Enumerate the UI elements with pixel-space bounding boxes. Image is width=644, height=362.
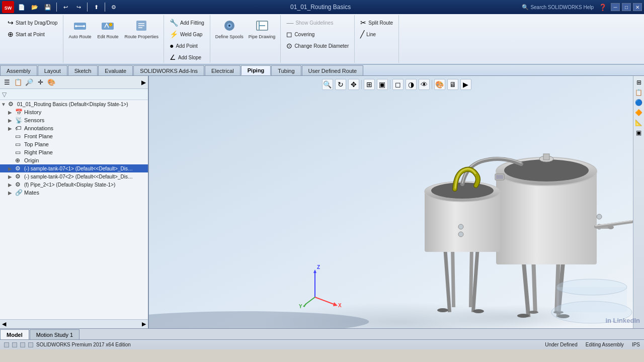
change-diameter-button[interactable]: ⊙ Change Route Diameter <box>284 40 351 51</box>
open-button[interactable]: 📂 <box>29 2 40 12</box>
viewport-toolbar: 🔍 ↻ ✥ ⊞ ▣ ◻ ◑ 👁 🎨 🖥 ▶ <box>149 79 644 90</box>
display-icon[interactable]: ◑ <box>406 79 417 90</box>
tab-layout[interactable]: Layout <box>38 65 67 75</box>
3d-scene: X Y Z <box>149 76 644 328</box>
tree-sensors[interactable]: ▶ 📡 Sensors <box>0 116 148 124</box>
tree-toggle-annotations[interactable]: ▶ <box>8 126 15 131</box>
search-box[interactable]: 🔍 Search SOLIDWORKS Help <box>522 4 594 11</box>
tree-tank2[interactable]: ▶ ⚙ (-) sample-tank-07<2> (Default<<Defa… <box>0 172 148 180</box>
tree-toggle-sensors[interactable]: ▶ <box>8 118 15 123</box>
tree-right-plane[interactable]: ▭ Right Plane <box>0 148 148 156</box>
editing-mode: Editing Assembly <box>586 342 624 347</box>
tree-toggle-history[interactable]: ▶ <box>8 110 15 115</box>
lp-expand-button[interactable]: ▶ <box>141 79 146 86</box>
edit-route-button[interactable]: Edit Route <box>95 17 120 41</box>
line-button[interactable]: ╱ Line <box>358 29 395 40</box>
feature-tree[interactable]: ▼ ⚙ 01_01_Routing Basics (Default<Displa… <box>0 100 148 319</box>
tree-toggle-tank2[interactable]: ▶ <box>8 174 15 179</box>
tab-piping[interactable]: Piping <box>241 65 271 75</box>
tab-user-route[interactable]: User Defined Route <box>302 65 364 75</box>
add-slope-button[interactable]: ∠ Add Slope <box>167 52 207 63</box>
covering-button[interactable]: ◻ Covering <box>284 29 351 40</box>
add-fitting-icon: 🔧 <box>170 19 178 27</box>
sep2 <box>87 3 88 12</box>
tree-pipe[interactable]: ▶ ⚙ (f) Pipe_2<1> (Default<Display State… <box>0 180 148 189</box>
3d-viewport[interactable]: 🔍 ↻ ✥ ⊞ ▣ ◻ ◑ 👁 🎨 🖥 ▶ <box>149 76 644 328</box>
show-guidelines-button[interactable]: — Show Guidelines <box>284 17 351 28</box>
svg-point-39 <box>473 309 484 313</box>
lp-icon-prop[interactable]: 📋 <box>13 77 23 87</box>
rotate-icon[interactable]: ↻ <box>335 79 346 90</box>
tree-toggle-pipe[interactable]: ▶ <box>8 182 15 188</box>
svg-point-3 <box>75 25 77 27</box>
save-button[interactable]: 💾 <box>42 2 53 12</box>
pan-icon[interactable]: ✥ <box>348 79 359 90</box>
add-fitting-button[interactable]: 🔧 Add Fitting <box>167 17 207 28</box>
undo-button[interactable]: ↩ <box>60 2 71 12</box>
lp-icon-list[interactable]: ☰ <box>2 77 12 87</box>
tree-top-plane[interactable]: ▭ Top Plane <box>0 140 148 148</box>
tab-tubing[interactable]: Tubing <box>271 65 301 75</box>
tree-label-right-plane: Right Plane <box>24 149 53 155</box>
zoom-icon[interactable]: 🔍 <box>322 79 333 90</box>
add-fitting-label: Add Fitting <box>180 20 204 26</box>
split-route-button[interactable]: ✂ Split Route <box>358 17 395 28</box>
start-drag-drop-button[interactable]: ↪ Start by Drag/Drop <box>5 17 60 28</box>
tree-history[interactable]: ▶ 📅 History <box>0 108 148 116</box>
start-at-point-button[interactable]: ⊕ Start at Point <box>5 29 60 40</box>
weld-gap-button[interactable]: ⚡ Weld Gap <box>167 29 207 40</box>
tree-scroll-right[interactable]: ▶ <box>142 321 146 327</box>
add-slope-icon: ∠ <box>170 53 176 61</box>
tab-evaluate[interactable]: Evaluate <box>98 65 133 75</box>
lp-icon-display[interactable]: 🎨 <box>46 77 56 87</box>
new-button[interactable]: 📄 <box>16 2 27 12</box>
close-button-inner[interactable]: ✕ <box>633 3 642 11</box>
section-icon[interactable]: ◻ <box>392 79 404 90</box>
vp-more-icon[interactable]: ▶ <box>460 79 471 90</box>
route-items: Auto Route Edit Route <box>66 15 160 63</box>
tree-label-annotations: Annotations <box>24 125 53 131</box>
tree-front-plane[interactable]: ▭ Front Plane <box>0 132 148 140</box>
redo-button[interactable]: ↪ <box>73 2 84 12</box>
tree-scroll-left[interactable]: ◀ <box>2 321 6 327</box>
rt-icon-4[interactable]: 🔶 <box>634 108 643 117</box>
add-point-button[interactable]: ● Add Point <box>167 40 207 51</box>
hide-show-icon[interactable]: 👁 <box>419 79 430 90</box>
options-button[interactable]: ⚙ <box>108 2 119 12</box>
tree-toggle-tank1[interactable]: ▶ <box>8 166 15 171</box>
btm-tab-motion[interactable]: Motion Study 1 <box>30 329 79 339</box>
svg-point-38 <box>437 308 448 312</box>
tab-assembly[interactable]: Assembly <box>0 65 37 75</box>
tab-electrical[interactable]: Electrical <box>205 65 240 75</box>
route-props-button[interactable]: Route Properties <box>122 17 160 41</box>
tree-mates[interactable]: ▶ 🔗 Mates <box>0 189 148 197</box>
tree-toggle-root[interactable]: ▼ <box>1 102 8 107</box>
lp-icon-add[interactable]: ✛ <box>35 77 45 87</box>
rt-icon-5[interactable]: 📐 <box>634 118 643 127</box>
tab-sketch[interactable]: Sketch <box>68 65 98 75</box>
rt-icon-6[interactable]: ▣ <box>634 128 643 137</box>
svg-rect-47 <box>496 175 503 179</box>
std-views-icon[interactable]: ⊞ <box>364 79 375 90</box>
auto-route-button[interactable]: Auto Route <box>66 17 93 41</box>
tree-annotations[interactable]: ▶ 🏷 Annotations <box>0 124 148 132</box>
tab-addins[interactable]: SOLIDWORKS Add-Ins <box>133 65 204 75</box>
cursor-button[interactable]: ⬆ <box>91 2 102 12</box>
define-spools-button[interactable]: Define Spools <box>213 17 246 41</box>
lp-icon-search[interactable]: 🔎 <box>24 77 34 87</box>
render-icon[interactable]: 🎨 <box>434 79 445 90</box>
minimize-button[interactable]: ─ <box>611 3 620 11</box>
tree-root[interactable]: ▼ ⚙ 01_01_Routing Basics (Default<Displa… <box>0 100 148 108</box>
view-orient-icon[interactable]: ▣ <box>377 79 388 90</box>
maximize-button[interactable]: □ <box>622 3 631 11</box>
tree-toggle-mates[interactable]: ▶ <box>8 190 15 196</box>
tree-origin[interactable]: ⊕ Origin <box>0 156 148 164</box>
pipe-drawing-button[interactable]: Pipe Drawing <box>247 17 278 41</box>
rt-icon-3[interactable]: 🔵 <box>634 98 643 107</box>
route-props-icon <box>134 19 148 34</box>
edit-route-label: Edit Route <box>97 35 118 40</box>
btm-tab-model[interactable]: Model <box>0 329 29 339</box>
tree-tank1[interactable]: ▶ ⚙ (-) sample-tank-07<1> (Default<<Defa… <box>0 164 148 172</box>
help-button[interactable]: ❓ <box>599 4 607 11</box>
display-mgr-icon[interactable]: 🖥 <box>447 79 458 90</box>
